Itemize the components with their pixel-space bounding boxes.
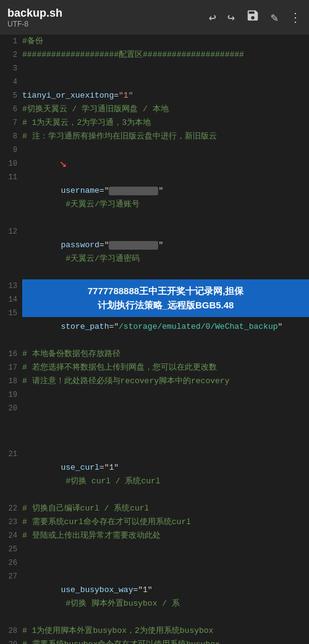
ad-spacer-1: 19 xyxy=(0,388,309,402)
table-row: 2 ####################配置区###############… xyxy=(0,48,309,62)
table-row: 23 # 需要系统curl命令存在才可以使用系统curl xyxy=(0,515,309,529)
undo-icon[interactable]: ↩ xyxy=(209,10,216,25)
edit-icon[interactable]: ✎ xyxy=(271,10,278,25)
header-actions: ↩ ↪ ✎ ⋮ xyxy=(209,9,302,26)
table-row: 10 ↘ xyxy=(0,157,309,171)
table-row: 21 use_curl="1" #切换 curl / 系统curl xyxy=(0,447,309,502)
table-row: 26 xyxy=(0,556,309,570)
table-row: 24 # 登陆或上传出现异常才需要改动此处 xyxy=(0,529,309,543)
table-row: 6 #切换天翼云 / 学习通旧版网盘 / 本地 xyxy=(0,103,309,116)
file-name: backup.sh xyxy=(7,7,62,20)
more-icon[interactable]: ⋮ xyxy=(289,10,302,25)
table-row: 11 username="" #天翼云/学习通账号 xyxy=(0,171,309,225)
redo-icon[interactable]: ↪ xyxy=(227,10,235,25)
table-row: 7 # 1为天翼云，2为学习通，3为本地 xyxy=(0,116,309,130)
table-row: 12 password="" #天翼云/学习通密码 xyxy=(0,225,309,279)
table-row: 17 # 若您选择不将数据包上传到网盘，您可以在此更改数 xyxy=(0,361,309,375)
table-row: 8 # 注：学习通所有操作均在旧版云盘中进行，新旧版云 xyxy=(0,130,309,143)
file-encoding: UTF-8 xyxy=(7,20,62,28)
table-row: 25 xyxy=(0,543,309,556)
table-row: 3 xyxy=(0,62,309,75)
table-row: 16 # 本地备份数据包存放路径 xyxy=(0,347,309,361)
header: backup.sh UTF-8 ↩ ↪ ✎ ⋮ xyxy=(0,0,309,35)
save-icon[interactable] xyxy=(246,9,260,26)
ad-line1: 7777788888王中王开奖十记录网,担保 xyxy=(28,284,303,299)
ad-banner: 7777788888王中王开奖十记录网,担保 计划执行法策略_远程版BGB5.4… xyxy=(22,279,309,317)
code-editor[interactable]: 7777788888王中王开奖十记录网,担保 计划执行法策略_远程版BGB5.4… xyxy=(0,35,309,644)
table-row: 4 xyxy=(0,75,309,89)
table-row: 5 tianyi_or_xuexitong="1" xyxy=(0,89,309,103)
table-row: 22 # 切换自己编译curl / 系统curl xyxy=(0,502,309,515)
table-row: 29 # 需要系统busybox命令存在才可以使用系统busybox xyxy=(0,638,309,644)
file-info: backup.sh UTF-8 xyxy=(7,7,62,28)
ad-spacer-2: 20 xyxy=(0,402,309,415)
table-row: 1 #备份 xyxy=(0,35,309,48)
code-lines: 1 #备份 2 ####################配置区#########… xyxy=(0,35,309,644)
ad-line2: 计划执行法策略_远程版BGB5.48 xyxy=(28,299,303,313)
table-row: 28 # 1为使用脚本外置busybox，2为使用系统busybox xyxy=(0,624,309,638)
table-row: 18 # 请注意！此处路径必须与recovery脚本中的recovery xyxy=(0,375,309,388)
table-row: 9 xyxy=(0,143,309,157)
table-row: 27 use_busybox_way="1" #切换 脚本外置busybox /… xyxy=(0,570,309,624)
